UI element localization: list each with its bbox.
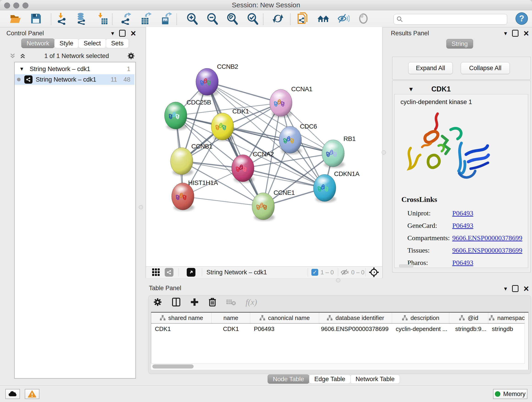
gene-header[interactable]: ▼ CDK1 [393,85,530,93]
cloud-button[interactable] [5,389,20,399]
toolbar-separator [263,13,264,25]
collapse-panel-icon[interactable]: ▾ [504,30,507,36]
right-splitter-handle[interactable] [382,150,386,154]
zoom-out-icon[interactable] [206,12,219,25]
import-table-icon[interactable] [96,12,109,25]
zoom-selected-icon[interactable] [246,12,259,25]
homes-icon[interactable] [317,12,330,25]
bottom-splitter-handle[interactable] [336,278,340,282]
gear-icon[interactable] [153,298,162,307]
tab-select[interactable]: Select [78,38,106,48]
expand-all-button[interactable]: Expand All [408,62,453,74]
crosslink-link[interactable]: P06493 [452,259,473,267]
cell-database-identifier: 9606.ENSP00000378699 [319,325,392,332]
left-splitter-handle[interactable] [139,205,143,209]
tab-style[interactable]: Style [54,38,79,48]
warning-button[interactable] [25,389,39,399]
expander-icon[interactable]: ▼ [408,86,414,93]
show-all-icon[interactable] [357,12,370,25]
svg-text:CCNA2: CCNA2 [253,151,274,158]
crosshair-icon[interactable] [369,267,379,278]
tab-network[interactable]: Network [21,38,55,48]
collapse-panel-icon[interactable]: ▾ [504,286,507,292]
import-network-from-database-icon[interactable] [75,12,88,25]
collapse-panel-icon[interactable]: ▾ [111,30,114,36]
crosslink-link[interactable]: P06493 [452,222,473,230]
import-network-icon[interactable] [56,12,69,25]
table-vertical-scrollbar[interactable] [525,313,528,370]
export-image-icon[interactable] [159,12,172,25]
table-horizontal-scrollbar[interactable] [151,363,525,370]
network-badge-icon[interactable] [165,267,173,278]
delete-column-icon[interactable] [209,298,216,307]
expand-all-icon[interactable] [19,52,26,59]
results-buttons-box: Expand All Collapse All [392,57,531,79]
export-network-icon[interactable] [120,12,133,25]
birdseye-view-icon[interactable] [187,267,196,278]
network-collection-row[interactable]: ▼ String Network – cdk1 1 [15,64,134,74]
open-session-icon[interactable] [9,12,22,25]
crosslink-link[interactable]: P06493 [452,209,473,217]
gear-icon[interactable] [127,52,135,60]
zoom-in-icon[interactable] [186,12,198,25]
float-panel-icon[interactable] [512,30,519,37]
column-header[interactable]: name [212,313,250,323]
tab-network-table[interactable]: Network Table [350,375,400,384]
share-document-icon[interactable] [297,12,309,25]
column-header[interactable]: database identifier [319,313,392,323]
table-row[interactable]: CDK1 CDK1 P06493 9606.ENSP00000378699 cy… [151,324,528,334]
close-panel-icon[interactable]: × [131,31,136,36]
hide-selected-icon[interactable] [337,12,350,25]
memory-status-icon [495,391,500,397]
close-panel-icon[interactable]: × [524,31,529,36]
gene-details: cyclin-dependent kinase 1 [394,94,528,268]
crosslink-row: Pharos: P06493 [401,256,523,269]
split-columns-icon[interactable] [172,298,181,307]
network-canvas[interactable]: CCNB2CCNA1CDC25BCDK1CDC6RB1CCNB1CCNA2CDK… [146,27,383,266]
current-network-label: String Network – cdk1 [206,267,267,278]
column-header[interactable]: canonical name [250,313,319,323]
hidden-count-group: 0 – 0 [341,267,365,278]
tab-edge-table[interactable]: Edge Table [309,375,351,384]
results-panel-title: Results Panel [391,30,429,37]
function-builder-icon: f(x) [246,297,257,307]
protein-structure-image [404,109,495,191]
search-icon [397,16,403,22]
scrollbar-thumb[interactable] [152,364,194,369]
toolbar-separator [338,268,338,277]
collapse-all-button[interactable]: Collapse All [461,62,510,74]
zoom-fit-icon[interactable] [226,12,239,25]
tab-sets[interactable]: Sets [106,38,129,48]
add-column-icon[interactable] [190,298,199,306]
network-row-selected[interactable]: String Network – cdk1 11 48 [15,74,134,85]
column-header[interactable]: shared name [151,313,212,323]
control-panel-title: Control Panel [6,30,44,37]
toolbar-separator [51,13,51,25]
toolbar-separator [178,268,179,277]
export-table-icon[interactable] [139,12,152,25]
expander-icon[interactable]: ▼ [19,66,24,72]
column-header[interactable]: @id [449,313,488,323]
column-header[interactable]: namespac [488,313,525,323]
hidden-eye-icon [341,269,349,276]
search-input[interactable] [405,16,505,23]
memory-button[interactable]: Memory [493,389,527,399]
tab-node-table[interactable]: Node Table [268,375,309,384]
mini-scrollbar[interactable] [399,264,413,267]
crosslink-label: Uniprot: [407,209,452,217]
status-bar: Memory [0,385,532,402]
float-panel-icon[interactable] [512,285,519,292]
close-panel-icon[interactable]: × [524,286,529,291]
help-icon[interactable]: ? [515,12,528,25]
refresh-icon[interactable] [272,12,284,25]
float-panel-icon[interactable] [119,30,126,37]
selected-checkbox-icon[interactable]: ✓ [311,269,318,276]
save-session-icon[interactable] [30,12,42,25]
column-header[interactable]: description [392,313,449,323]
collapse-all-icon[interactable] [9,52,16,59]
tab-string[interactable]: String [446,39,473,49]
toolbar-separator [365,268,366,277]
crosslink-link[interactable]: 9606.ENSP00000378699 [452,234,522,242]
grid-view-icon[interactable] [152,267,160,278]
crosslink-link[interactable]: 9606.ENSP00000378699 [452,246,522,254]
